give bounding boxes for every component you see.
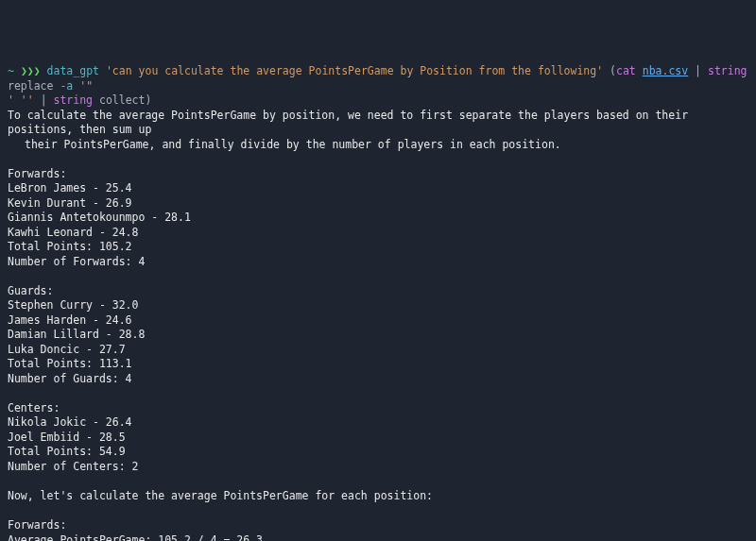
player-giannis: Giannis Antetokounmpo - 28.1: [8, 211, 748, 226]
command-line-2: ' '' | string collect): [8, 93, 748, 109]
fwd-calc-header: Forwards:: [8, 518, 748, 533]
player-embiid: Joel Embiid - 28.5: [8, 431, 748, 446]
output-intro2: their PointsPerGame, and finally divide …: [8, 138, 748, 153]
forwards-count: Number of Forwards: 4: [8, 255, 748, 270]
paren-open: (: [610, 64, 616, 77]
player-lillard: Damian Lillard - 28.8: [8, 328, 748, 343]
player-curry: Stephen Curry - 32.0: [8, 298, 748, 313]
centers-total: Total Points: 54.9: [8, 445, 748, 460]
quote1: '": [79, 79, 93, 93]
collect-subcmd: collect: [99, 93, 145, 107]
quote2: ' '': [8, 93, 34, 107]
replace-subcmd: replace: [8, 79, 53, 93]
query-string: 'can you calculate the average PointsPer…: [106, 64, 603, 77]
pipe2: |: [34, 93, 54, 107]
string-keyword1: string: [708, 64, 747, 77]
blank: [8, 152, 748, 167]
output-intro1: To calculate the average PointsPerGame b…: [8, 109, 748, 138]
terminal-output[interactable]: ~ ❯❯❯ data_gpt 'can you calculate the av…: [8, 64, 748, 541]
guards-header: Guards:: [8, 284, 748, 299]
player-harden: James Harden - 24.6: [8, 313, 748, 329]
filename: nba.csv: [643, 64, 688, 77]
command-line-1: ~ ❯❯❯ data_gpt 'can you calculate the av…: [8, 64, 748, 93]
string-keyword2: string: [53, 93, 93, 107]
centers-count: Number of Centers: 2: [8, 460, 748, 475]
guards-total: Total Points: 113.1: [8, 357, 748, 372]
paren-close: ): [145, 93, 151, 107]
player-durant: Kevin Durant - 26.9: [8, 196, 748, 211]
player-kawhi: Kawhi Leonard - 24.8: [8, 226, 748, 241]
player-doncic: Luka Doncic - 27.7: [8, 343, 748, 358]
blank: [8, 269, 748, 284]
fwd-calc: Average PointsPerGame: 105.2 / 4 = 26.3: [8, 533, 748, 541]
cat-keyword: cat: [616, 64, 636, 77]
calc-intro: Now, let's calculate the average PointsP…: [8, 489, 748, 504]
pipe1: |: [688, 64, 708, 77]
guards-count: Number of Guards: 4: [8, 372, 748, 387]
player-lebron: LeBron James - 25.4: [8, 181, 748, 196]
centers-header: Centers:: [8, 401, 748, 416]
forwards-total: Total Points: 105.2: [8, 240, 748, 255]
blank: [8, 504, 748, 519]
prompt-tilde: ~: [8, 64, 14, 77]
blank: [8, 475, 748, 490]
flag-a: -a: [60, 79, 73, 93]
forwards-header: Forwards:: [8, 167, 748, 182]
prompt-arrows: ❯❯❯: [21, 64, 41, 77]
command-name: data_gpt: [47, 64, 99, 77]
blank: [8, 386, 748, 401]
player-jokic: Nikola Jokic - 26.4: [8, 415, 748, 431]
